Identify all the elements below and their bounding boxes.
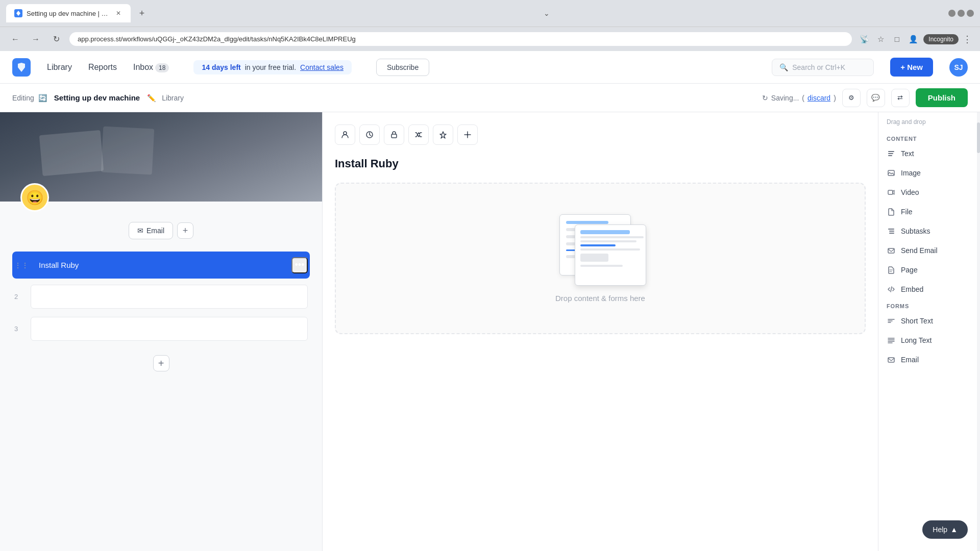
sidebar-item-file[interactable]: File [878,202,980,221]
hero-image: 😀 [0,112,322,202]
nav-reports[interactable]: Reports [88,63,117,72]
help-button[interactable]: Help ▲ [922,520,968,539]
send-email-icon [887,246,896,255]
sidebar-item-text[interactable]: Text [878,144,980,163]
image-icon [887,168,896,178]
scrollbar-thumb[interactable] [977,122,980,153]
email-btn-area: ✉ Email + [12,222,310,239]
email-field-label: Email [901,356,919,364]
subtasks-icon [887,227,896,236]
task-input-3[interactable] [31,317,308,341]
forward-btn[interactable]: → [29,32,43,46]
app-logo[interactable] [12,58,31,77]
nav-library[interactable]: Library [47,63,72,72]
assign-person-btn[interactable] [335,124,355,145]
scrollbar-track[interactable] [977,112,980,551]
sidebar-item-video[interactable]: Video [878,183,980,202]
task-input-2[interactable] [31,285,308,309]
text-icon [887,149,896,158]
user-emoji-avatar: 😀 [20,183,49,212]
image-label: Image [901,169,921,177]
short-text-label: Short Text [901,317,933,325]
settings-button[interactable]: ⚙ [842,89,861,107]
minimize-btn[interactable] [948,10,955,17]
discard-link[interactable]: discard [807,94,830,102]
randomize-btn[interactable] [408,124,429,145]
browser-tab[interactable]: Setting up dev machine | Process... ✕ [6,4,131,22]
contact-sales-link[interactable]: Contact sales [300,63,344,71]
task-more-btn-1[interactable]: ••• [291,257,308,273]
profile-icon[interactable]: □ [891,33,903,45]
left-panel: 😀 ✉ Email + ⋮⋮ ••• 2 [0,112,323,551]
close-btn[interactable] [967,10,974,17]
account-icon[interactable]: 👤 [907,33,919,45]
nav-inbox[interactable]: Inbox18 [133,63,169,72]
cast-icon[interactable]: 📡 [858,33,870,45]
trial-banner: 14 days left in your free trial. Contact… [193,60,351,74]
subscribe-button[interactable]: Subscribe [376,59,429,76]
email-button[interactable]: ✉ Email [129,222,173,239]
page-label: Page [901,266,918,274]
browser-menu-btn[interactable]: ⋮ [963,34,972,45]
permissions-btn[interactable] [384,124,404,145]
doc-stack-graphic [554,214,646,286]
back-btn[interactable]: ← [8,32,22,46]
drop-zone-text: Drop content & forms here [555,294,645,303]
task-item-1: ⋮⋮ ••• [12,252,310,279]
help-chevron-icon: ▲ [950,525,958,534]
sidebar-item-email[interactable]: Email [878,350,980,369]
editing-actions: ↻ Saving... ( discard ) ⚙ 💬 ⇄ Publish [762,88,968,107]
task-item-3: 3 [12,315,310,343]
subtasks-label: Subtasks [901,227,930,235]
automation-btn[interactable] [433,124,453,145]
add-task-button[interactable]: + [153,355,169,371]
task-title: Install Ruby [335,157,866,170]
task-drag-handle-1[interactable]: ⋮⋮ [14,261,29,269]
tab-close-btn[interactable]: ✕ [114,9,122,17]
tab-favicon [14,9,22,17]
forms-section-label: FORMS [878,299,980,311]
browser-chrome: Setting up dev machine | Process... ✕ + … [0,0,980,27]
due-date-btn[interactable] [359,124,380,145]
editing-bar: Editing 🔄 Setting up dev machine ✏️ Libr… [0,84,980,112]
embed-icon [887,285,896,294]
sidebar-item-send-email[interactable]: Send Email [878,241,980,260]
comment-button[interactable]: 💬 [867,89,885,107]
doc-front [575,224,646,286]
page-icon [887,265,896,274]
publish-button[interactable]: Publish [916,88,968,107]
center-panel: Install Ruby [323,112,878,551]
sidebar-item-image[interactable]: Image [878,163,980,183]
star-icon[interactable]: ☆ [874,33,887,45]
tasks-area: ✉ Email + ⋮⋮ ••• 2 3 [0,202,322,551]
content-drop-zone[interactable]: Drop content & forms here [335,183,866,334]
trial-suffix: in your free trial. [245,63,296,71]
reload-btn[interactable]: ↻ [49,32,63,46]
right-panel-header: Drag and drop [878,112,980,132]
sidebar-item-subtasks[interactable]: Subtasks [878,221,980,241]
sidebar-item-embed[interactable]: Embed [878,280,980,299]
add-step-button[interactable]: + [177,222,193,239]
new-button[interactable]: + New [890,58,933,77]
new-tab-btn[interactable]: + [135,6,149,20]
maximize-btn[interactable] [958,10,965,17]
address-input[interactable] [69,32,852,46]
stop-btn[interactable] [457,124,478,145]
shuffle-button[interactable]: ⇄ [891,89,910,107]
sidebar-item-short-text[interactable]: Short Text [878,311,980,331]
edit-title-icon[interactable]: ✏️ [147,94,156,102]
breadcrumb-library[interactable]: Library [162,94,184,102]
search-box[interactable]: 🔍 Search or Ctrl+K [772,59,874,76]
sidebar-item-page[interactable]: Page [878,260,980,280]
short-text-icon [887,316,896,325]
inbox-count-badge: 18 [155,63,169,72]
help-label: Help [933,525,947,534]
email-icon: ✉ [137,227,143,235]
svg-rect-6 [888,155,892,156]
user-avatar[interactable]: SJ [949,58,968,77]
svg-rect-5 [888,153,893,154]
text-label: Text [901,149,914,158]
sidebar-item-long-text[interactable]: Long Text [878,331,980,350]
task-input-1[interactable] [35,254,285,277]
file-label: File [901,208,913,216]
